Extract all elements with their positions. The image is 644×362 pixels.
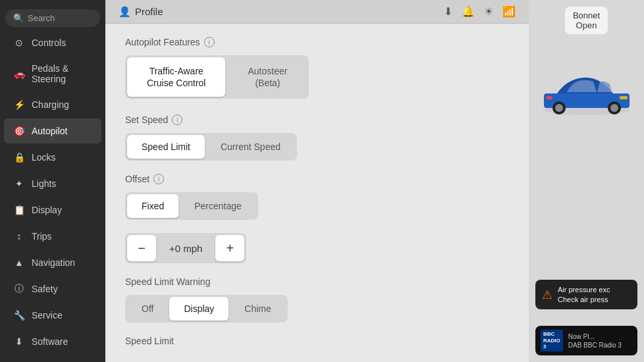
- sidebar-item-service[interactable]: 🔧 Service: [4, 303, 101, 328]
- header-profile[interactable]: 👤 Profile: [119, 6, 163, 18]
- speed-limit-button[interactable]: Speed Limit: [127, 135, 205, 159]
- sidebar-item-label: Navigation: [32, 257, 75, 268]
- offset-plus-button[interactable]: +: [215, 235, 244, 261]
- service-icon: 🔧: [13, 309, 25, 321]
- header-bar: 👤 Profile ⬇ 🔔 ☀ 📶: [105, 0, 529, 24]
- offset-value: +0 mph: [156, 243, 215, 254]
- profile-label: Profile: [135, 6, 163, 17]
- right-panel: Bonnet Open ⚠ Air pressure exc Check air…: [529, 0, 644, 362]
- sidebar-item-label: Software: [32, 336, 68, 347]
- svg-rect-7: [546, 96, 552, 99]
- search-icon: 🔍: [13, 13, 24, 23]
- sidebar-item-controls[interactable]: ⊙ Controls: [4, 30, 101, 55]
- sidebar-item-label: Display: [32, 205, 62, 215]
- fixed-button[interactable]: Fixed: [127, 194, 178, 218]
- offset-controls: − +0 mph +: [125, 233, 246, 263]
- warning-chime-button[interactable]: Chime: [230, 297, 285, 321]
- speed-limit-warning-title: Speed Limit Warning: [125, 276, 509, 287]
- autopilot-features-group: Traffic-AwareCruise Control Autosteer(Be…: [125, 55, 309, 99]
- autosteer-button[interactable]: Autosteer(Beta): [228, 57, 307, 97]
- alert-badge: ⚠ Air pressure exc Check air press: [535, 280, 637, 309]
- bell-icon: 🔔: [462, 5, 475, 18]
- lights-icon: ✦: [13, 178, 25, 190]
- sidebar-item-navigation[interactable]: ▲ Navigation: [4, 250, 101, 275]
- svg-rect-6: [620, 96, 628, 99]
- set-speed-info-icon[interactable]: i: [172, 115, 182, 125]
- autopilot-features-title: Autopilot Features i: [125, 37, 509, 47]
- sidebar-item-locks[interactable]: 🔒 Locks: [4, 145, 101, 170]
- sidebar-item-label: Autopilot: [32, 126, 67, 136]
- sidebar-item-pedals[interactable]: 🚗 Pedals & Steering: [4, 57, 101, 91]
- alert-text: Air pressure exc Check air press: [558, 285, 610, 304]
- sidebar: 🔍 Search ⊙ Controls 🚗 Pedals & Steering …: [0, 0, 105, 362]
- profile-icon: 👤: [119, 6, 131, 18]
- alert-icon: ⚠: [542, 288, 552, 302]
- charging-icon: ⚡: [13, 99, 25, 111]
- display-icon: 📋: [13, 204, 25, 216]
- radio-text: Now Pl... DAB BBC Radio 3: [568, 332, 622, 349]
- svg-point-5: [610, 104, 618, 112]
- bonnet-badge: Bonnet Open: [565, 7, 608, 34]
- sidebar-item-autopilot[interactable]: 🎯 Autopilot: [4, 118, 101, 143]
- sidebar-item-charging[interactable]: ⚡ Charging: [4, 92, 101, 117]
- sidebar-item-lights[interactable]: ✦ Lights: [4, 171, 101, 196]
- search-bar[interactable]: 🔍 Search: [5, 9, 100, 27]
- content-area: Autopilot Features i Traffic-AwareCruise…: [105, 24, 529, 362]
- warning-off-button[interactable]: Off: [127, 297, 168, 321]
- sidebar-item-safety[interactable]: ⓘ Safety: [4, 276, 101, 301]
- trips-icon: ↕: [13, 230, 25, 242]
- car-image: [534, 61, 639, 126]
- percentage-button[interactable]: Percentage: [180, 194, 256, 218]
- current-speed-button[interactable]: Current Speed: [206, 135, 295, 159]
- bonnet-label: Bonnet: [573, 11, 600, 20]
- offset-title: Offset i: [125, 174, 509, 184]
- pedals-icon: 🚗: [13, 68, 25, 80]
- sidebar-item-label: Locks: [32, 152, 56, 163]
- navigation-icon: ▲: [13, 257, 25, 269]
- sun-icon: ☀: [484, 5, 493, 18]
- lock-icon: 🔒: [13, 151, 25, 163]
- radio-badge: BBCRADIO3 Now Pl... DAB BBC Radio 3: [535, 326, 637, 355]
- sidebar-item-trips[interactable]: ↕ Trips: [4, 224, 101, 249]
- autopilot-icon: 🎯: [13, 125, 25, 137]
- warning-display-button[interactable]: Display: [169, 297, 228, 321]
- sidebar-item-software[interactable]: ⬇ Software: [4, 329, 101, 354]
- offset-type-group: Fixed Percentage: [125, 192, 258, 220]
- svg-point-3: [555, 104, 563, 112]
- sidebar-item-label: Lights: [32, 178, 56, 189]
- sidebar-item-label: Trips: [32, 231, 52, 242]
- speed-limit-warning-group: Off Display Chime: [125, 295, 288, 323]
- sidebar-item-wifi[interactable]: ☁ WiFi: [4, 355, 101, 362]
- traffic-aware-button[interactable]: Traffic-AwareCruise Control: [127, 57, 225, 97]
- sidebar-item-label: Pedals & Steering: [32, 63, 92, 84]
- signal-icon: 📶: [502, 5, 516, 18]
- speed-limit-title: Speed Limit: [125, 336, 509, 346]
- set-speed-title: Set Speed i: [125, 115, 509, 125]
- autopilot-features-info-icon[interactable]: i: [204, 37, 215, 47]
- sidebar-item-label: Service: [32, 310, 63, 321]
- radio-logo: BBCRADIO3: [541, 330, 563, 351]
- sidebar-item-label: Safety: [32, 284, 58, 294]
- offset-info-icon[interactable]: i: [153, 174, 164, 184]
- sidebar-item-display[interactable]: 📋 Display: [4, 197, 101, 222]
- search-label: Search: [28, 13, 55, 23]
- download-icon: ⬇: [444, 5, 452, 18]
- safety-icon: ⓘ: [13, 283, 25, 295]
- set-speed-group: Speed Limit Current Speed: [125, 133, 297, 161]
- sidebar-item-label: Controls: [32, 38, 66, 48]
- software-icon: ⬇: [13, 336, 25, 348]
- main-content: 👤 Profile ⬇ 🔔 ☀ 📶 Autopilot Features i T…: [105, 0, 529, 362]
- sidebar-item-label: Charging: [32, 99, 69, 110]
- offset-minus-button[interactable]: −: [127, 235, 156, 261]
- controls-icon: ⊙: [13, 37, 25, 49]
- header-icons: ⬇ 🔔 ☀ 📶: [444, 5, 516, 18]
- bonnet-status: Open: [573, 20, 600, 30]
